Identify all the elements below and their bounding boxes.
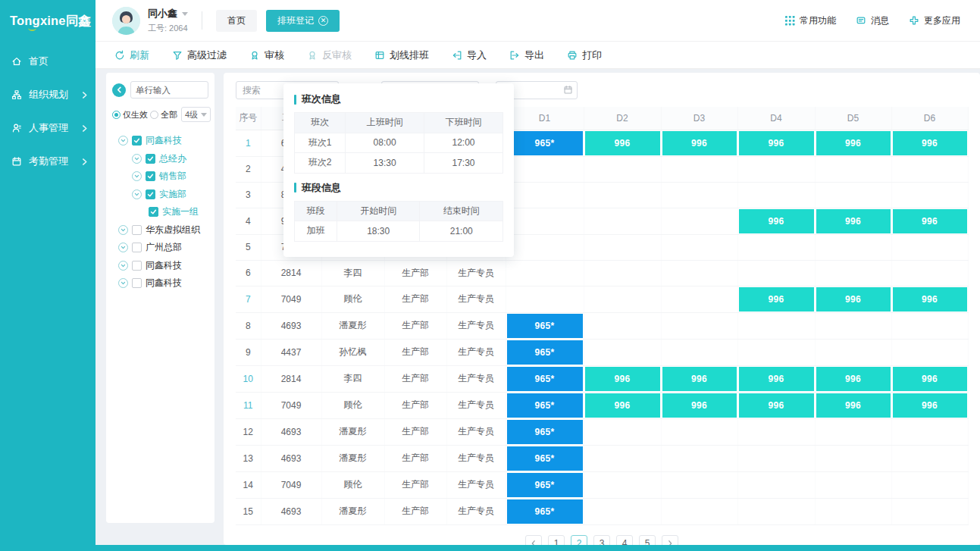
user-name[interactable]: 同小鑫 <box>148 7 177 20</box>
shift-cell-d2[interactable] <box>584 339 661 365</box>
shift-pill[interactable]: 965* <box>507 420 583 444</box>
shift-cell-d2[interactable] <box>584 418 661 445</box>
shift-cell-d6[interactable]: 996 <box>891 130 968 156</box>
shift-pill[interactable]: 996 <box>662 367 737 391</box>
shift-cell-d5[interactable]: 996 <box>815 208 891 234</box>
shift-cell-d6[interactable]: 996 <box>891 365 968 392</box>
shift-cell-d2[interactable] <box>584 312 661 339</box>
shift-cell-d4[interactable] <box>737 471 815 498</box>
shift-cell-d1[interactable] <box>506 286 584 312</box>
shift-cell-d5[interactable]: 996 <box>815 286 891 312</box>
shift-pill[interactable]: 965* <box>507 393 583 418</box>
shift-pill[interactable]: 996 <box>893 131 967 155</box>
shift-cell-d1[interactable]: 965* <box>506 445 584 471</box>
header-action-message[interactable]: 消息 <box>856 14 889 27</box>
toolbar-button-5[interactable]: 导入 <box>452 49 487 62</box>
collapse-panel-button[interactable] <box>112 83 126 97</box>
tree-expander-icon[interactable] <box>132 154 142 164</box>
tree-expander-icon[interactable] <box>118 243 128 252</box>
shift-cell-d4[interactable] <box>737 156 815 182</box>
tree-checkbox[interactable] <box>149 207 158 217</box>
sidebar-item-home[interactable]: 首页 <box>0 45 95 78</box>
shift-cell-d3[interactable] <box>661 445 737 471</box>
shift-pill[interactable]: 996 <box>739 209 814 233</box>
shift-cell-d3[interactable]: 996 <box>661 130 737 156</box>
tree-node-3[interactable]: 实施部 <box>112 186 208 204</box>
radio-1[interactable] <box>150 111 158 119</box>
shift-pill[interactable]: 996 <box>585 367 660 391</box>
sidebar-item-calendar[interactable]: 考勤管理 <box>0 145 95 178</box>
tab-home[interactable]: 首页 <box>216 10 257 32</box>
shift-cell-d5[interactable] <box>815 498 891 524</box>
shift-cell-d6[interactable] <box>891 471 968 498</box>
tree-expander-icon[interactable] <box>118 278 128 288</box>
tab-active[interactable]: 排班登记✕ <box>266 10 340 32</box>
tree-checkbox[interactable] <box>132 136 142 146</box>
shift-cell-d5[interactable]: 996 <box>815 392 891 418</box>
sidebar-item-org[interactable]: 组织规划 <box>0 78 95 111</box>
header-action-grid[interactable]: 常用功能 <box>785 14 836 27</box>
shift-cell-d6[interactable] <box>891 234 968 260</box>
shift-cell-d1[interactable] <box>506 182 584 208</box>
shift-cell-d3[interactable] <box>661 182 737 208</box>
shift-pill[interactable]: 996 <box>816 287 891 312</box>
shift-cell-d3[interactable] <box>661 208 737 234</box>
shift-cell-d1[interactable]: 965* <box>506 365 584 392</box>
shift-pill[interactable]: 996 <box>662 393 737 418</box>
shift-cell-d1[interactable] <box>506 234 584 260</box>
shift-cell-d5[interactable] <box>815 182 891 208</box>
shift-cell-d1[interactable]: 965* <box>506 392 584 418</box>
toolbar-button-6[interactable]: 导出 <box>509 49 544 62</box>
shift-cell-d1[interactable] <box>506 208 584 234</box>
shift-pill[interactable]: 965* <box>507 314 583 338</box>
shift-cell-d3[interactable] <box>661 498 737 524</box>
shift-pill[interactable]: 996 <box>816 209 891 233</box>
shift-pill[interactable]: 996 <box>739 393 814 418</box>
tree-expander-icon[interactable] <box>118 225 128 235</box>
shift-cell-d4[interactable] <box>737 418 815 445</box>
tree-expander-icon[interactable] <box>118 136 128 146</box>
shift-pill[interactable]: 996 <box>816 131 891 155</box>
shift-cell-d5[interactable] <box>815 156 891 182</box>
shift-cell-d6[interactable]: 996 <box>891 392 968 418</box>
shift-cell-d4[interactable]: 996 <box>737 392 815 418</box>
shift-cell-d3[interactable] <box>661 286 737 312</box>
shift-cell-d3[interactable]: 996 <box>661 392 737 418</box>
shift-pill[interactable]: 996 <box>739 287 814 312</box>
tree-node-1[interactable]: 总经办 <box>112 150 208 168</box>
shift-cell-d1[interactable]: 965* <box>506 471 584 498</box>
shift-pill[interactable]: 996 <box>739 367 814 391</box>
shift-pill[interactable]: 996 <box>816 367 891 391</box>
shift-cell-d2[interactable] <box>584 445 661 471</box>
shift-pill[interactable]: 996 <box>739 131 814 155</box>
tree-checkbox[interactable] <box>146 171 155 181</box>
shift-pill[interactable]: 965* <box>507 131 583 155</box>
shift-cell-d4[interactable]: 996 <box>737 130 815 156</box>
shift-cell-d1[interactable]: 965* <box>506 312 584 339</box>
shift-cell-d4[interactable] <box>737 312 815 339</box>
shift-pill[interactable]: 965* <box>507 499 583 524</box>
shift-cell-d6[interactable] <box>891 260 968 286</box>
tree-node-4[interactable]: 实施一组 <box>112 203 208 221</box>
shift-cell-d2[interactable]: 996 <box>584 392 661 418</box>
shift-cell-d5[interactable] <box>815 312 891 339</box>
shift-cell-d2[interactable] <box>584 182 661 208</box>
shift-cell-d6[interactable]: 996 <box>891 286 968 312</box>
tree-checkbox[interactable] <box>132 225 142 235</box>
shift-cell-d6[interactable] <box>891 418 968 445</box>
shift-pill[interactable]: 996 <box>893 393 967 418</box>
shift-cell-d6[interactable] <box>891 182 968 208</box>
shift-cell-d6[interactable] <box>891 156 968 182</box>
tree-node-5[interactable]: 华东虚拟组织 <box>112 221 208 239</box>
tree-checkbox[interactable] <box>146 189 155 199</box>
tree-node-6[interactable]: 广州总部 <box>112 239 208 257</box>
shift-pill[interactable]: 996 <box>585 131 660 155</box>
header-action-apps[interactable]: 更多应用 <box>909 14 960 27</box>
shift-cell-d3[interactable]: 996 <box>661 365 737 392</box>
shift-cell-d4[interactable] <box>737 339 815 365</box>
shift-cell-d6[interactable] <box>891 339 968 365</box>
shift-cell-d3[interactable] <box>661 260 737 286</box>
shift-cell-d4[interactable]: 996 <box>737 365 815 392</box>
shift-cell-d5[interactable] <box>815 260 891 286</box>
shift-cell-d5[interactable] <box>815 339 891 365</box>
